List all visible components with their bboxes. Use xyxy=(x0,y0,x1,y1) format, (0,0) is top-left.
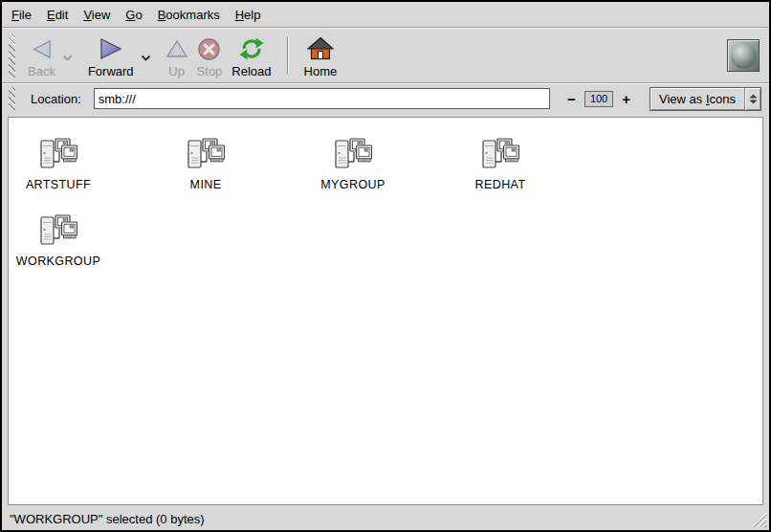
network-workgroup-icon xyxy=(481,137,519,173)
view-as-label: View as Icons xyxy=(650,92,744,106)
location-bar: Location: − 100 + View as Icons xyxy=(2,84,769,113)
network-share-workgroup[interactable]: WORKGROUP xyxy=(14,213,102,290)
toolbar-grip-handle[interactable] xyxy=(9,33,15,78)
reload-icon xyxy=(238,36,265,61)
menu-view[interactable]: View xyxy=(76,4,118,26)
status-text: "WORKGROUP" selected (0 bytes) xyxy=(10,512,205,526)
icon-label: MINE xyxy=(190,178,222,191)
up-arrow-icon xyxy=(166,39,187,58)
forward-history-dropdown-button[interactable] xyxy=(139,51,154,64)
file-manager-window: File Edit View Go Bookmarks Help Back xyxy=(0,0,771,532)
view-as-dropdown[interactable]: View as Icons xyxy=(650,87,761,111)
globe-throbber-icon xyxy=(727,39,760,72)
chevron-down-icon xyxy=(141,55,151,61)
home-icon xyxy=(307,36,334,61)
resize-grip-handle[interactable] xyxy=(751,512,766,527)
toolbar: Back Forward U xyxy=(2,29,769,82)
network-workgroup-icon xyxy=(39,213,77,250)
icon-label: ARTSTUFF xyxy=(26,178,91,191)
menu-bookmarks[interactable]: Bookmarks xyxy=(150,4,228,26)
back-history-dropdown-button[interactable] xyxy=(60,51,76,64)
icon-view[interactable]: ARTSTUFF MINE MYGROUP REDHAT WORKGROUP xyxy=(8,117,763,505)
network-workgroup-icon xyxy=(39,137,77,173)
forward-label: Forward xyxy=(88,65,134,78)
network-share-mine[interactable]: MINE xyxy=(162,137,250,213)
stop-label: Stop xyxy=(197,65,223,78)
stop-icon xyxy=(197,37,221,61)
location-bar-grip-handle[interactable] xyxy=(9,87,15,110)
menu-edit[interactable]: Edit xyxy=(39,4,76,26)
home-label: Home xyxy=(304,65,338,78)
forward-arrow-icon xyxy=(99,37,123,60)
back-button[interactable]: Back xyxy=(23,32,60,79)
home-button[interactable]: Home xyxy=(299,32,342,79)
back-label: Back xyxy=(28,65,55,78)
reload-button[interactable]: Reload xyxy=(227,32,275,79)
network-workgroup-icon xyxy=(187,137,225,173)
network-share-mygroup[interactable]: MYGROUP xyxy=(309,137,397,213)
chevron-down-icon xyxy=(62,55,73,61)
toolbar-separator xyxy=(287,37,289,74)
reload-label: Reload xyxy=(231,65,271,78)
menu-file[interactable]: File xyxy=(4,4,39,26)
menubar: File Edit View Go Bookmarks Help xyxy=(2,2,769,27)
network-workgroup-icon xyxy=(334,137,372,173)
menu-go[interactable]: Go xyxy=(118,4,149,26)
up-button[interactable]: Up xyxy=(162,32,192,79)
option-menu-arrows-icon xyxy=(744,88,760,110)
zoom-out-button[interactable]: − xyxy=(565,92,578,106)
status-bar: "WORKGROUP" selected (0 bytes) xyxy=(2,507,769,530)
icon-label: MYGROUP xyxy=(320,178,385,191)
network-share-redhat[interactable]: REDHAT xyxy=(456,137,544,213)
icon-label: WORKGROUP xyxy=(16,255,100,268)
back-arrow-icon xyxy=(31,38,53,60)
zoom-level-indicator[interactable]: 100 xyxy=(584,91,613,107)
network-share-artstuff[interactable]: ARTSTUFF xyxy=(14,137,102,213)
up-label: Up xyxy=(168,65,185,78)
stop-button[interactable]: Stop xyxy=(192,32,228,79)
location-label: Location: xyxy=(31,92,81,106)
location-input[interactable] xyxy=(94,88,550,109)
zoom-in-button[interactable]: + xyxy=(620,92,632,106)
forward-button[interactable]: Forward xyxy=(83,32,139,79)
icon-label: REDHAT xyxy=(475,178,526,191)
menu-help[interactable]: Help xyxy=(228,4,269,26)
